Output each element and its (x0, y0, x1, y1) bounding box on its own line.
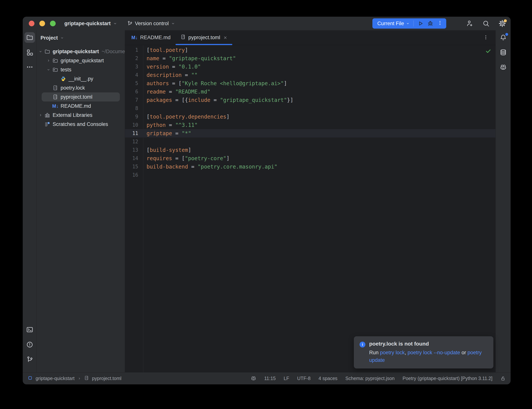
settings-sync-badge (504, 19, 507, 22)
svg-text:[T]: [T] (85, 377, 88, 379)
divider (413, 20, 414, 27)
code-line[interactable]: 6 readme = "README.md" (125, 87, 495, 96)
project-widget[interactable]: griptape-quickstart (64, 21, 117, 27)
svg-text:[T]: [T] (181, 36, 184, 38)
editor-options-icon[interactable] (483, 35, 489, 41)
tab-label: pyproject.toml (188, 35, 220, 40)
version-control-tool-window-button[interactable] (24, 354, 35, 365)
tree-item-tests-folder[interactable]: tests (37, 65, 125, 74)
code-line[interactable]: 4 description = "" (125, 71, 495, 79)
tab-readme[interactable]: M↓ README.md (127, 30, 175, 45)
more-run-options-icon[interactable] (437, 20, 443, 27)
search-everywhere-button[interactable] (482, 20, 490, 27)
database-icon (500, 49, 507, 56)
settings-button[interactable] (498, 20, 506, 27)
status-indent[interactable]: 4 spaces (318, 376, 337, 381)
status-encoding[interactable]: UTF-8 (297, 376, 311, 381)
chevron-right-icon[interactable] (45, 59, 52, 63)
code-line[interactable]: 14 requires = ["poetry-core"] (125, 154, 495, 162)
status-line-ending[interactable]: LF (284, 376, 289, 381)
inspections-ok-icon[interactable] (485, 48, 491, 56)
tree-item-pyproject-toml[interactable]: [T] pyproject.toml (42, 93, 120, 102)
code-line[interactable]: 10 python = "^3.11" (125, 121, 495, 129)
database-tool-window-button[interactable] (498, 47, 509, 58)
structure-tool-window-button[interactable] (24, 47, 35, 58)
tab-label: README.md (140, 35, 171, 40)
close-window-button[interactable] (29, 21, 35, 26)
problems-icon (26, 341, 33, 348)
code-line[interactable]: 13 [build-system] (125, 146, 495, 154)
run-icon[interactable] (417, 20, 423, 27)
line-number: 13 (125, 147, 143, 153)
tree-item-label: README.md (61, 103, 91, 109)
tree-item-poetry-lock[interactable]: [T] poetry.lock (37, 83, 125, 93)
code-line[interactable]: 5 authors = ["Kyle Roche <hello@griptape… (125, 79, 495, 87)
status-interpreter[interactable]: Poetry (griptape-quickstart) [Python 3.1… (403, 376, 492, 381)
code-editor[interactable]: 1 [tool.poetry] 2 name = "griptape-quick… (125, 45, 495, 372)
line-number: 9 (125, 114, 143, 120)
module-icon (28, 375, 33, 381)
python-file-icon (60, 76, 67, 82)
status-cursor-position[interactable]: 11:15 (264, 376, 276, 381)
toml-file-icon: [T] (52, 85, 59, 91)
code-line[interactable]: 16 (125, 171, 495, 179)
ai-assistant-button[interactable] (498, 62, 509, 73)
poetry-lock-no-update-link[interactable]: poetry lock --no-update (408, 350, 460, 355)
structure-icon (26, 49, 33, 56)
line-number: 4 (125, 72, 143, 78)
line-number: 6 (125, 89, 143, 94)
svg-text:[T]: [T] (53, 87, 57, 90)
notifications-button[interactable] (498, 32, 509, 43)
vcs-widget[interactable]: Version control (127, 21, 175, 27)
breadcrumb-project[interactable]: griptape-quickstart (36, 376, 75, 381)
code-line[interactable]: 7 packages = [{include = "griptape_quick… (125, 96, 495, 104)
markdown-file-icon: M↓ (131, 35, 138, 40)
tree-item-label: Scratches and Consoles (53, 121, 108, 127)
code-line[interactable]: 8 (125, 104, 495, 112)
code-line[interactable]: 9 [tool.poetry.dependencies] (125, 112, 495, 121)
tab-pyproject[interactable]: [T] pyproject.toml (175, 30, 232, 45)
lock-open-icon[interactable] (500, 376, 506, 381)
code-line[interactable]: 12 (125, 138, 495, 146)
tree-item-label: pyproject.toml (61, 94, 92, 100)
chevron-right-icon (78, 377, 81, 380)
minimize-window-button[interactable] (39, 21, 45, 26)
tree-item-init-py[interactable]: __init__.py (37, 74, 125, 83)
notification-popup[interactable]: i poetry.lock is not found Run poetry lo… (354, 336, 493, 369)
code-line[interactable]: 2 name = "griptape-quickstart" (125, 54, 495, 63)
problems-tool-window-button[interactable] (24, 339, 35, 350)
ai-assistant-icon (500, 64, 507, 71)
line-number: 15 (125, 164, 143, 169)
code-line[interactable]: 1 [tool.poetry] (125, 46, 495, 54)
svg-text:[T]: [T] (53, 96, 57, 99)
terminal-icon (26, 326, 33, 333)
poetry-lock-link[interactable]: poetry lock (380, 350, 405, 355)
terminal-tool-window-button[interactable] (24, 324, 35, 335)
tree-item-readme[interactable]: M↓ README.md (37, 102, 125, 111)
tree-item-package-folder[interactable]: griptape_quickstart (37, 56, 125, 65)
chevron-down-icon[interactable] (37, 50, 44, 53)
code-with-me-button[interactable] (466, 20, 474, 27)
status-bar: griptape-quickstart [T] pyproject.toml (23, 372, 511, 384)
zoom-window-button[interactable] (50, 21, 56, 26)
tree-item-external-libraries[interactable]: External Libraries (37, 111, 125, 120)
close-tab-icon[interactable] (223, 36, 227, 40)
notification-title: poetry.lock is not found (369, 341, 488, 347)
notification-badge (505, 33, 508, 36)
project-tool-window-button[interactable] (24, 32, 35, 43)
project-panel-header[interactable]: Project (37, 30, 125, 46)
tree-item-project-root[interactable]: griptape-quickstart ~/Docume (37, 47, 125, 56)
run-configuration-button[interactable]: Current File (372, 18, 446, 28)
code-line-current[interactable]: 11 griptape = "*" (125, 129, 495, 138)
debug-icon[interactable] (427, 20, 433, 27)
project-widget-label: griptape-quickstart (64, 21, 111, 27)
status-schema[interactable]: Schema: pyproject.json (345, 376, 394, 381)
code-line[interactable]: 3 version = "0.1.0" (125, 63, 495, 71)
chevron-down-icon[interactable] (45, 68, 52, 72)
tree-item-scratches[interactable]: Scratches and Consoles (37, 120, 125, 129)
chevron-right-icon[interactable] (37, 113, 44, 117)
more-tool-windows-button[interactable] (24, 62, 35, 73)
ai-assistant-status-icon[interactable] (251, 376, 256, 381)
code-line[interactable]: 15 build-backend = "poetry.core.masonry.… (125, 162, 495, 171)
breadcrumb-file[interactable]: pyproject.toml (92, 376, 121, 381)
